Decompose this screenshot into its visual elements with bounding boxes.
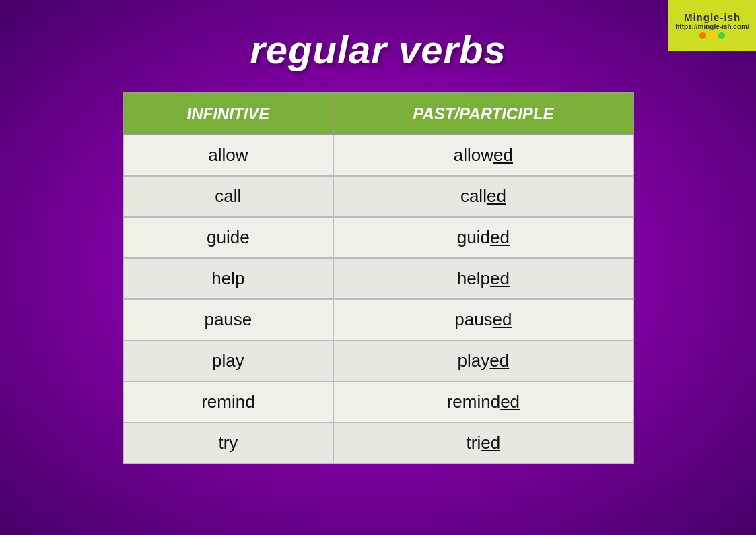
past-base: remind (447, 391, 500, 412)
col-header-past: PAST/PARTICIPLE (333, 93, 633, 135)
infinitive-cell: try (123, 422, 334, 464)
past-cell: reminded (333, 381, 633, 422)
past-base: help (457, 268, 490, 288)
past-cell: helped (333, 258, 633, 299)
table-row: callcalled (123, 176, 633, 217)
past-base: tri (467, 433, 481, 453)
table-row: playplayed (123, 340, 633, 381)
infinitive-cell: remind (123, 381, 334, 422)
past-suffix: ed (500, 391, 520, 412)
verb-table: INFINITIVE PAST/PARTICIPLE allowallowedc… (123, 92, 634, 464)
past-cell: called (333, 176, 633, 217)
past-suffix: ed (493, 145, 513, 165)
dot-orange (699, 32, 706, 39)
table-container: INFINITIVE PAST/PARTICIPLE allowallowedc… (0, 92, 756, 464)
table-row: allowallowed (123, 135, 633, 176)
past-base: guid (457, 227, 490, 247)
past-suffix: ed (493, 309, 512, 329)
past-suffix: ed (489, 350, 509, 371)
infinitive-cell: allow (123, 135, 334, 176)
table-row: trytried (123, 422, 633, 464)
past-cell: paused (333, 299, 633, 340)
past-cell: guided (333, 217, 633, 258)
table-row: helphelped (123, 258, 633, 299)
past-base: call (460, 186, 487, 206)
dot-green (718, 32, 725, 39)
past-base: play (458, 350, 490, 371)
past-cell: allowed (333, 135, 633, 176)
past-suffix: ed (490, 227, 510, 247)
page-title: regular verbs (0, 0, 756, 92)
infinitive-cell: pause (123, 299, 334, 340)
past-base: allow (454, 145, 493, 165)
dot-yellow (709, 32, 716, 39)
table-row: pausepaused (123, 299, 633, 340)
table-row: remindreminded (123, 381, 633, 422)
logo-title: Mingle-ish (684, 11, 741, 23)
past-base: paus (454, 309, 492, 329)
table-header-row: INFINITIVE PAST/PARTICIPLE (123, 93, 633, 135)
logo-area: Mingle-ish https://mingle-ish.com/ (668, 0, 756, 51)
past-suffix: ed (490, 268, 510, 288)
infinitive-cell: play (123, 340, 334, 381)
past-cell: played (333, 340, 633, 381)
table-row: guideguided (123, 217, 633, 258)
infinitive-cell: call (123, 176, 334, 217)
past-suffix: ed (481, 433, 500, 453)
infinitive-cell: help (123, 258, 334, 299)
infinitive-cell: guide (123, 217, 334, 258)
past-suffix: ed (487, 186, 506, 206)
col-header-infinitive: INFINITIVE (123, 93, 334, 135)
logo-url: https://mingle-ish.com/ (675, 23, 749, 30)
past-cell: tried (333, 422, 633, 464)
